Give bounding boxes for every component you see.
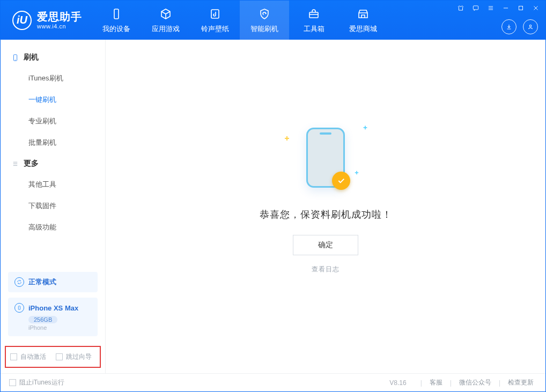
tab-apps-games[interactable]: 应用游戏 (141, 1, 190, 40)
mode-icon (14, 277, 24, 287)
download-button[interactable] (501, 19, 517, 34)
store-icon (356, 7, 370, 21)
menu-icon[interactable] (486, 4, 495, 12)
app-window: iU 爱思助手 www.i4.cn 我的设备 应用游戏 铃声壁纸 智能刷机 (0, 0, 546, 392)
sidebar-item-itunes-flash[interactable]: iTunes刷机 (1, 68, 105, 89)
app-url: www.i4.cn (37, 23, 82, 30)
shirt-icon[interactable] (456, 4, 465, 12)
ok-button[interactable]: 确定 (293, 235, 358, 255)
device-type: iPhone (28, 324, 91, 331)
shield-refresh-icon (257, 7, 271, 21)
music-note-icon (208, 7, 222, 21)
sidebar-item-other-tools[interactable]: 其他工具 (1, 174, 105, 195)
close-icon[interactable] (532, 4, 540, 12)
titlebar: iU 爱思助手 www.i4.cn 我的设备 应用游戏 铃声壁纸 智能刷机 (1, 1, 545, 40)
success-panel: 恭喜您，保资料刷机成功啦！ 确定 查看日志 (260, 123, 392, 274)
tab-toolbox[interactable]: 工具箱 (289, 1, 338, 40)
device-icon (109, 7, 123, 21)
sidebar-group-flash: 刷机 (1, 47, 105, 68)
success-illustration (283, 123, 368, 193)
list-icon (11, 160, 19, 168)
tab-label: 铃声壁纸 (201, 24, 229, 34)
mode-panel[interactable]: 正常模式 (8, 272, 98, 292)
footer-link-support[interactable]: 客服 (426, 378, 446, 387)
sparkle-icon (364, 125, 367, 129)
minimize-icon[interactable] (501, 4, 510, 12)
sidebar-item-oneclick-flash[interactable]: 一键刷机 (1, 89, 105, 110)
device-icon (14, 303, 24, 313)
device-capacity: 256GB (28, 316, 57, 323)
sparkle-icon (285, 136, 289, 140)
svg-rect-4 (519, 6, 523, 10)
sidebar-item-advanced[interactable]: 高级功能 (1, 217, 105, 238)
tab-store[interactable]: 爱思商城 (338, 1, 388, 40)
tab-ringtone-wallpaper[interactable]: 铃声壁纸 (190, 1, 240, 40)
tab-label: 应用游戏 (152, 24, 180, 34)
success-message: 恭喜您，保资料刷机成功啦！ (260, 208, 392, 221)
highlighted-options: 自动激活 跳过向导 (5, 346, 101, 368)
app-name: 爱思助手 (37, 11, 82, 23)
sidebar-item-pro-flash[interactable]: 专业刷机 (1, 110, 105, 132)
svg-rect-0 (114, 9, 119, 19)
app-logo: iU 爱思助手 www.i4.cn (1, 1, 92, 40)
sidebar-item-download-firmware[interactable]: 下载固件 (1, 195, 105, 217)
checkbox-auto-activate[interactable]: 自动激活 (10, 352, 46, 361)
check-badge-icon (332, 172, 350, 190)
cube-icon (159, 7, 173, 21)
sidebar: 刷机 iTunes刷机 一键刷机 专业刷机 批量刷机 更多 其他工具 下载固件 … (1, 40, 106, 373)
svg-rect-1 (211, 10, 219, 18)
account-button[interactable] (523, 19, 538, 34)
group-title: 更多 (24, 159, 39, 168)
tab-label: 工具箱 (304, 24, 324, 34)
checkbox-skip-guide[interactable]: 跳过向导 (56, 352, 92, 361)
svg-rect-7 (18, 306, 20, 310)
svg-point-5 (529, 25, 532, 27)
version-label: V8.16 (389, 379, 406, 387)
svg-rect-2 (309, 12, 318, 18)
tab-label: 我的设备 (102, 24, 130, 34)
checkbox-block-itunes[interactable]: 阻止iTunes运行 (9, 378, 64, 387)
view-log-link[interactable]: 查看日志 (312, 265, 340, 274)
sparkle-icon (355, 171, 358, 174)
logo-badge-icon: iU (12, 11, 32, 30)
main-content: 恭喜您，保资料刷机成功啦！ 确定 查看日志 (106, 40, 545, 373)
group-title: 刷机 (24, 53, 39, 62)
maximize-icon[interactable] (517, 4, 525, 12)
phone-icon (11, 54, 19, 62)
sidebar-group-more: 更多 (1, 153, 105, 174)
window-controls (456, 4, 540, 12)
feedback-icon[interactable] (471, 4, 480, 12)
device-name: iPhone XS Max (28, 304, 78, 312)
tab-label: 智能刷机 (250, 24, 278, 34)
status-bar: 阻止iTunes运行 V8.16 | 客服 | 微信公众号 | 检查更新 (1, 373, 545, 391)
tab-label: 爱思商城 (349, 24, 377, 34)
mode-label: 正常模式 (28, 277, 56, 287)
svg-rect-3 (473, 6, 478, 10)
body: 刷机 iTunes刷机 一键刷机 专业刷机 批量刷机 更多 其他工具 下载固件 … (1, 40, 545, 373)
tab-smart-flash[interactable]: 智能刷机 (240, 1, 289, 40)
sidebar-item-batch-flash[interactable]: 批量刷机 (1, 132, 105, 153)
toolbox-icon (307, 7, 321, 21)
footer-link-wechat[interactable]: 微信公众号 (456, 378, 495, 387)
device-panel[interactable]: iPhone XS Max 256GB iPhone (8, 298, 98, 336)
footer-link-update[interactable]: 检查更新 (505, 378, 537, 387)
tab-my-device[interactable]: 我的设备 (92, 1, 141, 40)
nav-tabs: 我的设备 应用游戏 铃声壁纸 智能刷机 工具箱 爱思商城 (92, 1, 388, 40)
